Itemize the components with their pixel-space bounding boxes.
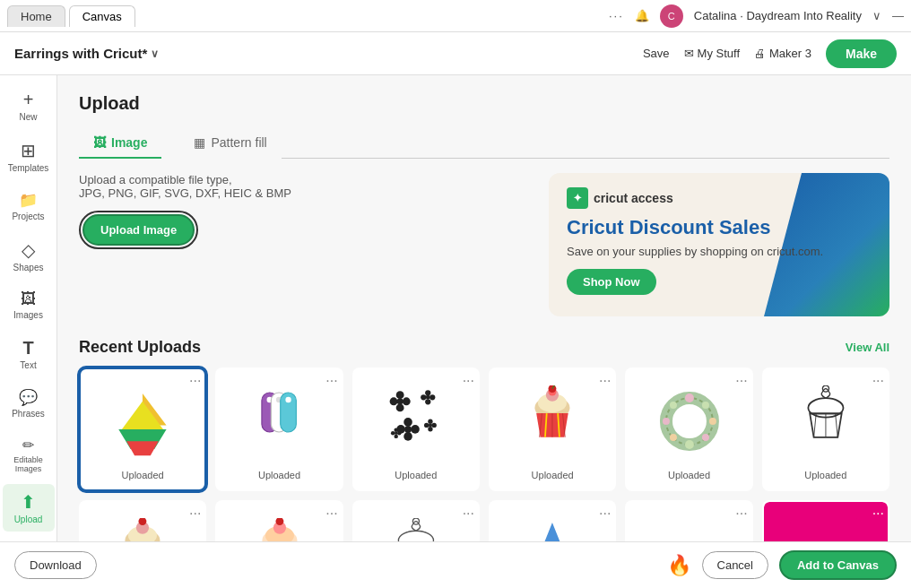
sidebar-label-text: Text (20, 360, 36, 370)
card-menu-4[interactable]: ··· (599, 373, 611, 389)
tab-image[interactable]: 🖼 Image (79, 128, 161, 159)
svg-point-21 (411, 425, 420, 434)
make-button[interactable]: Make (826, 39, 897, 68)
username-chevron: ∨ (872, 9, 881, 22)
tab-extras: ··· 🔔 C Catalina · Daydream Into Reality… (609, 4, 904, 28)
card-menu-10[interactable]: ··· (599, 506, 611, 522)
tab-canvas[interactable]: Canvas (69, 5, 135, 27)
upload-description: Upload a compatible file type, JPG, PNG,… (79, 173, 527, 200)
upload-image-button[interactable]: Upload Image (82, 214, 195, 246)
image-card-3[interactable]: ··· (352, 368, 480, 491)
tab-home[interactable]: Home (7, 5, 65, 27)
image-card-5[interactable]: ··· (625, 368, 752, 491)
svg-point-27 (428, 427, 432, 431)
sidebar-item-editable-images[interactable]: ✏ Editable Images (3, 429, 55, 480)
view-all-link[interactable]: View All (846, 341, 889, 354)
more-dots[interactable]: ··· (609, 9, 624, 22)
tab-underline (282, 158, 889, 159)
svg-point-12 (396, 403, 404, 411)
card-label-5: Uploaded (634, 466, 743, 482)
card-inner-1: ··· Uploaded (81, 369, 204, 489)
layers-svg (99, 385, 187, 457)
card-image-3 (361, 376, 471, 466)
download-button[interactable]: Download (14, 551, 97, 579)
image-card-2[interactable]: ··· Uploaded (215, 368, 343, 491)
ad-subtitle: Save on your supplies by shopping on cri… (567, 245, 872, 258)
maker-button[interactable]: 🖨 Maker 3 (754, 47, 811, 60)
card-inner-6: ··· Uploaded (764, 369, 888, 489)
avatar: C (660, 4, 683, 28)
sidebar-label-phrases: Phrases (12, 409, 45, 419)
svg-point-26 (431, 423, 436, 428)
image-card-11[interactable]: ··· Dream (625, 500, 752, 541)
svg-point-29 (429, 423, 432, 427)
svg-point-14 (396, 398, 403, 404)
svg-rect-81 (790, 518, 862, 541)
minimize-icon[interactable]: — (892, 9, 904, 22)
shop-now-button[interactable]: Shop Now (567, 269, 656, 295)
image-card-1[interactable]: ··· Uploaded (79, 368, 206, 491)
save-button[interactable]: Save (643, 47, 670, 60)
image-card-9[interactable]: ··· (352, 500, 480, 541)
sidebar-item-upload[interactable]: ⬆ Upload (3, 484, 55, 532)
image-card-10[interactable]: ··· Dream (489, 500, 616, 541)
sidebar-item-templates[interactable]: ⊞ Templates (3, 133, 55, 180)
svg-point-25 (428, 419, 432, 424)
bell-icon[interactable]: 🔔 (635, 9, 649, 22)
sidebar-label-new: New (19, 112, 37, 122)
mystuff-icon: ✉ (684, 47, 694, 60)
sidebar-item-shapes[interactable]: ◇ Shapes (3, 232, 55, 280)
upload-left: Upload a compatible file type, JPG, PNG,… (79, 173, 527, 249)
ad-logo-text: cricut access (594, 191, 673, 205)
top-bar: Home Canvas ··· 🔔 C Catalina · Daydream … (0, 0, 911, 32)
card-menu-8[interactable]: ··· (325, 506, 337, 522)
cricut-logo-icon: ✦ (567, 187, 588, 209)
card-menu-11[interactable]: ··· (735, 506, 747, 522)
card-menu-9[interactable]: ··· (463, 506, 474, 522)
card-menu-2[interactable]: ··· (325, 373, 337, 389)
card-menu-12[interactable]: ··· (872, 506, 884, 522)
maker-icon: 🖨 (754, 47, 766, 60)
card-menu-7[interactable]: ··· (189, 506, 201, 522)
project-title[interactable]: Earrings with Cricut* ∨ (14, 46, 159, 61)
ad-content: ✦ cricut access Cricut Discount Sales Sa… (549, 173, 889, 316)
svg-point-31 (397, 431, 401, 435)
cancel-button[interactable]: Cancel (702, 551, 768, 579)
svg-point-55 (669, 402, 676, 409)
sidebar-item-monogram[interactable]: M Monogram (3, 535, 55, 541)
sidebar-item-phrases[interactable]: 💬 Phrases (3, 381, 55, 426)
add-to-canvas-button[interactable]: Add to Canvas (779, 550, 897, 580)
svg-marker-3 (126, 441, 159, 455)
sidebar-item-images[interactable]: 🖼 Images (3, 283, 55, 327)
sidebar-label-shapes: Shapes (13, 263, 44, 272)
card-inner-7: ··· (81, 502, 204, 541)
sidebar: + New ⊞ Templates 📁 Projects ◇ Shapes 🖼 … (0, 75, 57, 541)
card-inner-2: ··· Uploaded (217, 369, 341, 489)
sidebar-item-projects[interactable]: 📁 Projects (3, 184, 55, 229)
phrases-icon: 💬 (19, 388, 38, 407)
main-layout: + New ⊞ Templates 📁 Projects ◇ Shapes 🖼 … (0, 75, 911, 541)
title-actions: Save ✉ My Stuff 🖨 Maker 3 Make (643, 39, 897, 68)
image-card-8[interactable]: ··· (215, 500, 343, 541)
sidebar-item-text[interactable]: T Text (3, 331, 55, 377)
card-menu-3[interactable]: ··· (463, 373, 474, 389)
pattern-tab-label: Pattern fill (211, 135, 266, 150)
image-card-12[interactable]: ··· Dream (762, 500, 889, 541)
sidebar-item-new[interactable]: + New (3, 82, 55, 129)
templates-icon: ⊞ (21, 140, 36, 161)
mystuff-button[interactable]: ✉ My Stuff (684, 47, 740, 60)
svg-point-34 (395, 432, 398, 436)
svg-point-19 (426, 395, 430, 400)
image-card-7[interactable]: ··· (79, 500, 206, 541)
image-card-6[interactable]: ··· Uploaded (762, 368, 889, 491)
tab-pattern-fill[interactable]: ▦ Pattern fill (179, 128, 281, 159)
shapes-icon: ◇ (22, 239, 35, 261)
title-bar: Earrings with Cricut* ∨ Save ✉ My Stuff … (0, 32, 911, 75)
svg-point-30 (394, 428, 397, 432)
card-menu-5[interactable]: ··· (735, 373, 747, 389)
card-image-7 (88, 509, 197, 541)
image-card-4[interactable]: ··· (489, 368, 616, 491)
card-menu-6[interactable]: ··· (872, 373, 884, 389)
card-inner-5: ··· (627, 369, 750, 489)
card-menu-1[interactable]: ··· (189, 373, 201, 389)
